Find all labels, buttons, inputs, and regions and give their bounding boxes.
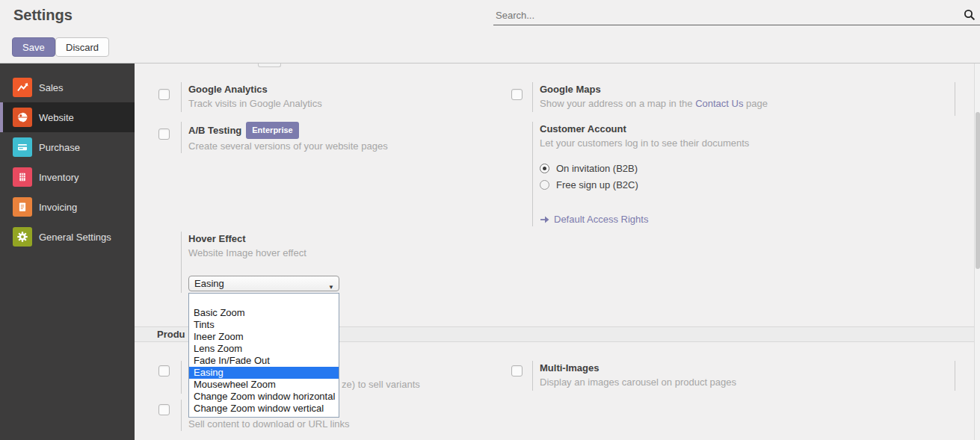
link-label: Default Access Rights — [554, 214, 648, 225]
default-access-rights-link[interactable]: Default Access Rights — [540, 214, 749, 225]
setting-desc: Track visits in Google Analytics — [188, 96, 322, 111]
radio-free-signup[interactable]: Free sign up (B2C) — [540, 176, 749, 193]
dropdown-option[interactable]: Change Zoom window vertical — [189, 403, 339, 415]
dropdown-option-blank[interactable] — [189, 295, 339, 307]
dropdown-option[interactable]: Change Zoom window horizontal — [189, 391, 339, 403]
title-text: A/B Testing — [188, 125, 241, 136]
sidebar-item-label: Inventory — [39, 172, 78, 183]
google-analytics-checkbox[interactable] — [158, 89, 170, 100]
setting-row-ab-testing: A/B TestingEnterprise Create several ver… — [158, 122, 502, 156]
contact-us-link[interactable]: Contact Us — [695, 98, 743, 109]
setting-row-google-analytics: Google Analytics Track visits in Google … — [158, 82, 502, 116]
divider — [181, 232, 182, 293]
dropdown-option[interactable]: Basic Zoom — [189, 307, 339, 319]
enterprise-badge: Enterprise — [246, 122, 298, 139]
radio-group: On invitation (B2B) Free sign up (B2C) — [540, 160, 749, 193]
google-maps-checkbox[interactable] — [511, 89, 523, 100]
save-button[interactable]: Save — [12, 37, 55, 57]
setting-desc: Let your customers log in to see their d… — [540, 136, 749, 150]
setting-title: Google Analytics — [188, 82, 322, 96]
divider — [955, 361, 955, 391]
divider — [181, 82, 182, 112]
sidebar-item-inventory[interactable]: Inventory — [0, 162, 135, 192]
dropdown-option[interactable]: Ineer Zoom — [189, 331, 339, 343]
dropdown-option-highlighted[interactable]: Easing — [189, 367, 339, 379]
dropdown-option[interactable]: Lens Zoom — [189, 343, 339, 355]
setting-row-multi-images: Multi-Images Display an images carousel … — [511, 361, 945, 394]
vertical-scrollbar[interactable] — [974, 63, 980, 440]
discard-button[interactable]: Discard — [55, 37, 109, 57]
setting-block-hover-effect: Hover Effect Website Image hover effect … — [158, 232, 502, 299]
dropdown-option[interactable]: Tints — [189, 319, 339, 331]
digital-content-checkbox[interactable] — [158, 404, 170, 415]
radio-label: Free sign up (B2C) — [556, 179, 638, 190]
sidebar-item-label: Sales — [39, 82, 64, 93]
radio-selected-icon — [540, 164, 549, 173]
divider — [181, 400, 182, 431]
hover-effect-dropdown-list: Basic Zoom Tints Ineer Zoom Lens Zoom Fa… — [188, 293, 339, 418]
desc-text: Show your address on a map in the — [540, 98, 695, 109]
setting-title: Google Maps — [540, 82, 768, 96]
website-icon — [13, 108, 32, 127]
ab-testing-checkbox[interactable] — [158, 128, 170, 140]
divider — [955, 82, 955, 116]
sidebar-item-label: Website — [39, 112, 74, 123]
cutoff-select-fragment — [258, 63, 281, 67]
page-title: Settings — [13, 7, 73, 24]
sidebar-item-purchase[interactable]: Purchase — [0, 132, 135, 162]
sidebar-item-invoicing[interactable]: Invoicing — [0, 192, 135, 222]
divider — [532, 82, 533, 112]
arrow-right-icon — [540, 215, 549, 224]
setting-desc: Website Image hover effect — [188, 246, 306, 260]
divider — [532, 361, 533, 391]
sidebar-item-general-settings[interactable]: General Settings — [0, 222, 135, 252]
dropdown-option[interactable]: Mousewheel Zoom — [189, 379, 339, 391]
setting-desc: Create several versions of your website … — [188, 139, 388, 153]
setting-row-google-maps: Google Maps Show your address on a map i… — [511, 82, 945, 116]
divider — [181, 122, 182, 153]
setting-title: Multi-Images — [540, 361, 736, 375]
setting-block-customer-account: Customer Account Let your customers log … — [511, 122, 945, 226]
setting-desc: Sell content to download or URL links — [188, 417, 350, 431]
purchase-icon — [13, 137, 32, 157]
setting-title: A/B TestingEnterprise — [188, 122, 388, 139]
radio-on-invitation[interactable]: On invitation (B2B) — [540, 160, 749, 176]
variants-checkbox[interactable] — [158, 365, 170, 377]
setting-desc-fragment: ze) to sell variants — [342, 377, 420, 391]
search-input[interactable] — [493, 6, 961, 24]
scrollbar-thumb[interactable] — [976, 112, 980, 269]
sidebar-item-label: Purchase — [39, 142, 80, 153]
divider — [532, 122, 533, 226]
radio-label: On invitation (B2B) — [556, 163, 638, 174]
radio-unselected-icon — [540, 180, 549, 190]
inventory-icon — [13, 167, 32, 187]
search-icon[interactable] — [964, 9, 976, 21]
divider — [181, 361, 182, 394]
setting-title: Hover Effect — [188, 232, 306, 246]
sidebar-item-label: General Settings — [39, 232, 111, 243]
hover-effect-select[interactable]: Easing ▼ — [188, 276, 339, 291]
setting-desc: Display an images carousel on product pa… — [540, 375, 736, 389]
active-stripe — [0, 102, 3, 132]
sidebar-item-sales[interactable]: Sales — [0, 72, 135, 102]
setting-title: Customer Account — [540, 122, 749, 136]
invoicing-icon — [13, 197, 32, 217]
sales-icon — [13, 78, 32, 97]
sidebar-item-label: Invoicing — [39, 202, 77, 213]
top-bar: Settings Save Discard — [0, 0, 980, 63]
app-sidebar: Sales Website Purchase Inventory Invoici… — [0, 63, 135, 440]
dropdown-option[interactable]: Fade In/Fade Out — [189, 355, 339, 367]
select-value: Easing — [194, 278, 224, 289]
setting-desc: Show your address on a map in the Contac… — [540, 96, 768, 111]
multi-images-checkbox[interactable] — [511, 365, 523, 377]
desc-text: page — [743, 98, 768, 109]
sidebar-item-website[interactable]: Website — [0, 102, 135, 132]
search-bar — [493, 6, 980, 25]
general-settings-icon — [13, 227, 32, 247]
